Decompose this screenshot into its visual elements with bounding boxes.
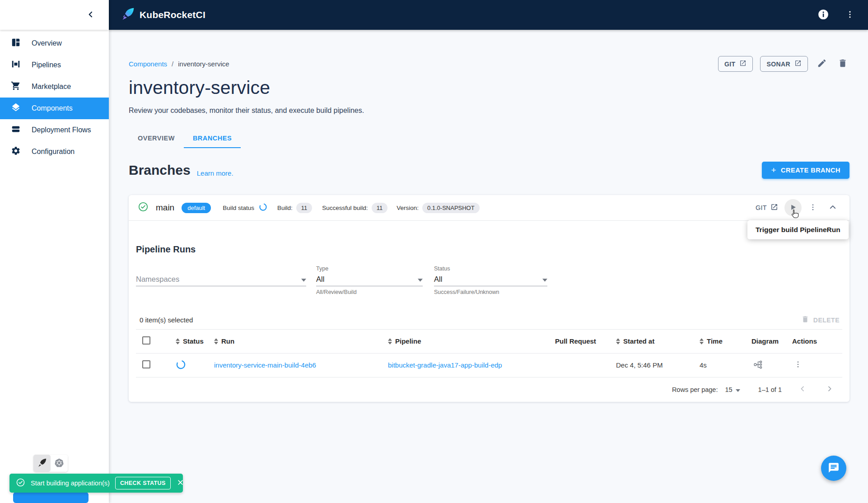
sidebar-item-pipelines[interactable]: Pipelines — [0, 54, 109, 76]
branches-heading: Branches — [129, 163, 191, 178]
build-count-badge: 11 — [296, 203, 313, 213]
sidebar-item-overview[interactable]: Overview — [0, 33, 109, 54]
external-link-icon — [794, 60, 802, 68]
kebab-icon — [794, 360, 802, 370]
previous-page-button[interactable] — [796, 382, 809, 396]
git-button[interactable]: GIT — [718, 56, 753, 72]
info-button[interactable] — [816, 7, 831, 23]
breadcrumb-components-link[interactable]: Components — [129, 60, 167, 68]
tab-branches[interactable]: BRANCHES — [184, 128, 241, 148]
namespaces-placeholder: Namespaces — [136, 275, 179, 284]
type-filter-label: Type — [316, 265, 423, 274]
version-label: Version: — [397, 205, 419, 211]
edit-component-button[interactable] — [815, 56, 829, 71]
kubernetes-view-toggle[interactable] — [51, 455, 68, 472]
row-actions-button[interactable] — [792, 359, 804, 372]
branch-menu-button[interactable] — [804, 199, 821, 216]
git-button-label: GIT — [724, 61, 736, 68]
branch-summary-row[interactable]: main default Build status Build: 11 Succ… — [129, 195, 849, 221]
status-filter-helper: Success/Failure/Unknown — [434, 286, 547, 295]
rows-per-page-label: Rows per page: — [672, 386, 718, 393]
sort-started-at-button[interactable] — [616, 338, 620, 345]
page-title: inventory-service — [129, 77, 849, 98]
status-filter[interactable]: Status All Success/Failure/Unknown — [434, 265, 547, 295]
delete-selected-label: DELETE — [813, 317, 840, 324]
brand: KubeRocketCI — [121, 7, 205, 23]
selected-count-text: 0 item(s) selected — [136, 316, 193, 324]
snackbar-close-button[interactable] — [176, 478, 185, 488]
select-all-checkbox[interactable] — [142, 336, 150, 345]
breadcrumb: Components / inventory-service — [129, 60, 229, 68]
table-pagination: Rows per page: 15 1–1 of 1 — [136, 377, 842, 402]
pagination-range: 1–1 of 1 — [758, 386, 782, 393]
pencil-icon — [817, 58, 827, 70]
status-filter-value: All — [434, 275, 442, 284]
dropdown-caret-icon — [542, 275, 547, 284]
rows-per-page-value: 15 — [725, 386, 732, 393]
chevron-up-icon — [829, 203, 837, 213]
app-bar: KubeRocketCI — [109, 0, 868, 30]
sidebar-item-label: Deployment Flows — [32, 126, 91, 134]
time-cell: 4s — [700, 361, 707, 369]
pipeline-link[interactable]: bitbucket-gradle-java17-app-build-edp — [388, 361, 502, 369]
type-filter[interactable]: Type All All/Review/Build — [316, 265, 423, 295]
delete-component-button[interactable] — [836, 56, 849, 71]
next-page-button[interactable] — [823, 382, 836, 396]
trash-icon — [838, 58, 848, 70]
column-time: Time — [707, 337, 723, 345]
started-at-cell: Dec 4, 5:46 PM — [616, 361, 663, 369]
brand-name: KubeRocketCI — [140, 9, 205, 20]
pipeline-runs-table: Status Run Pipeline Pull Request Started… — [136, 330, 842, 377]
kubernetes-icon — [54, 458, 64, 469]
diagram-button[interactable] — [751, 358, 765, 373]
successful-build-label: Successful build: — [322, 205, 368, 211]
rocket-view-toggle[interactable] — [33, 455, 51, 472]
rocket-logo-icon — [121, 7, 135, 23]
sort-status-button[interactable] — [176, 338, 180, 345]
rows-per-page-select[interactable]: 15 — [725, 386, 740, 393]
create-branch-button[interactable]: + CREATE BRANCH — [762, 162, 849, 179]
sidebar-item-label: Overview — [32, 39, 62, 47]
breadcrumb-separator: / — [172, 60, 173, 68]
create-branch-label: CREATE BRANCH — [781, 167, 840, 174]
cart-icon — [11, 81, 21, 93]
hand-cursor-icon — [789, 209, 800, 221]
tab-overview[interactable]: OVERVIEW — [129, 128, 184, 148]
sidebar-bottom-button[interactable] — [13, 492, 89, 503]
sidebar-collapse-button[interactable] — [85, 9, 96, 21]
collapse-branch-button[interactable] — [824, 199, 841, 216]
successful-build-count-badge: 11 — [372, 203, 388, 213]
run-link[interactable]: inventory-service-main-build-4eb6 — [214, 361, 316, 369]
sort-run-button[interactable] — [214, 338, 218, 345]
sidebar-item-components[interactable]: Components — [0, 98, 109, 119]
chat-fab-button[interactable] — [821, 456, 846, 481]
kebab-icon — [845, 10, 854, 20]
pipeline-runs-heading: Pipeline Runs — [136, 244, 842, 255]
default-branch-chip: default — [182, 203, 211, 213]
column-run: Run — [221, 337, 234, 345]
learn-more-link[interactable]: Learn more. — [197, 169, 233, 179]
sort-pipeline-button[interactable] — [388, 338, 392, 345]
trash-icon — [801, 315, 809, 325]
sidebar-item-deployment-flows[interactable]: Deployment Flows — [0, 119, 109, 141]
row-checkbox[interactable] — [142, 360, 150, 368]
sidebar-item-configuration[interactable]: Configuration — [0, 141, 109, 163]
sidebar-item-label: Pipelines — [32, 61, 61, 69]
sort-time-button[interactable] — [700, 338, 704, 345]
column-pull-request: Pull Request — [555, 337, 596, 345]
appbar-menu-button[interactable] — [844, 8, 856, 22]
sonar-button[interactable]: SONAR — [760, 56, 808, 72]
snackbar: Start building application(s) CHECK STAT… — [9, 474, 183, 493]
close-icon — [177, 479, 184, 487]
chevron-left-icon — [799, 387, 806, 394]
build-status-spinner-icon — [259, 203, 267, 213]
plus-icon: + — [771, 167, 776, 173]
sidebar-item-marketplace[interactable]: Marketplace — [0, 76, 109, 98]
check-status-button[interactable]: CHECK STATUS — [115, 477, 171, 489]
branch-git-button[interactable]: GIT — [756, 203, 778, 212]
delete-selected-button[interactable]: DELETE — [801, 315, 842, 325]
namespaces-filter[interactable]: Namespaces — [136, 265, 306, 295]
chat-icon — [828, 462, 840, 475]
layers-icon — [11, 102, 21, 114]
branch-panel: main default Build status Build: 11 Succ… — [129, 195, 849, 402]
